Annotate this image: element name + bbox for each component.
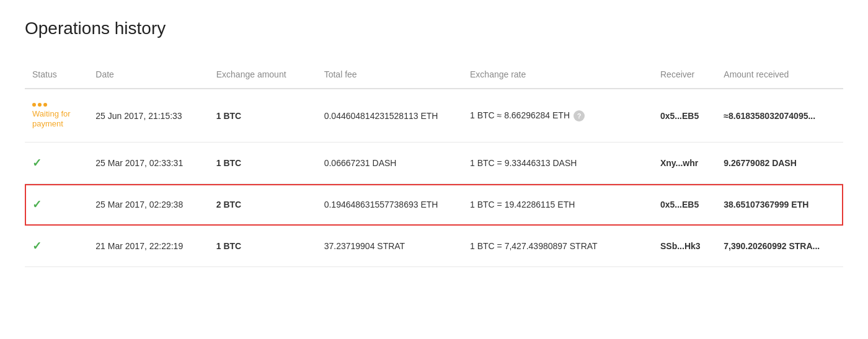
date-cell: 25 Mar 2017, 02:29:38	[88, 184, 208, 226]
amount-received-value: 38.65107367999 ETH	[724, 200, 808, 209]
exchange-rate-value: 1 BTC ≈ 8.66296284 ETH	[470, 110, 570, 120]
amount-received-cell: 7,390.20260992 STRA...	[716, 226, 843, 267]
success-icon: ✓	[32, 240, 42, 252]
amount-received-cell: 38.65107367999 ETH	[716, 184, 843, 226]
exchange-amount-cell: 1 BTC	[209, 226, 317, 267]
exchange-amount-value: 1 BTC	[216, 241, 241, 251]
header-exchange-amount: Exchange amount	[209, 63, 317, 89]
header-exchange-rate: Exchange rate	[463, 63, 653, 89]
exchange-amount-cell: 1 BTC	[209, 89, 317, 143]
dot-1	[32, 103, 36, 107]
exchange-amount-cell: 1 BTC	[209, 143, 317, 184]
receiver-cell: 0x5...EB5	[653, 89, 716, 143]
status-cell: ✓	[25, 143, 88, 184]
exchange-amount-value: 1 BTC	[216, 158, 241, 168]
receiver-value: SSb...Hk3	[660, 241, 701, 251]
total-fee-cell: 0.194648631557738693 ETH	[317, 184, 463, 226]
table-row: ✓21 Mar 2017, 22:22:191 BTC37.23719904 S…	[25, 226, 843, 267]
exchange-amount-value: 1 BTC	[216, 111, 241, 121]
header-total-fee: Total fee	[317, 63, 463, 89]
waiting-status: Waiting for payment	[32, 103, 81, 128]
success-icon: ✓	[32, 198, 42, 211]
table-row: ✓25 Mar 2017, 02:29:382 BTC0.19464863155…	[25, 184, 843, 226]
receiver-value: Xny...whr	[660, 158, 698, 168]
header-receiver: Receiver	[653, 63, 716, 89]
total-fee-cell: 37.23719904 STRAT	[317, 226, 463, 267]
page-title: Operations history	[25, 19, 843, 38]
dot-3	[43, 103, 47, 107]
header-status: Status	[25, 63, 88, 89]
question-badge[interactable]: ?	[574, 110, 585, 121]
exchange-rate-cell: 1 BTC = 7,427.43980897 STRAT	[463, 226, 653, 267]
total-fee-cell: 0.044604814231528113 ETH	[317, 89, 463, 143]
date-cell: 25 Jun 2017, 21:15:33	[88, 89, 208, 143]
amount-received-value: 7,390.20260992 STRA...	[724, 241, 820, 251]
exchange-rate-cell: 1 BTC = 19.42286115 ETH	[463, 184, 653, 226]
amount-received-value: 9.26779082 DASH	[724, 158, 797, 168]
exchange-rate-cell: 1 BTC = 9.33446313 DASH	[463, 143, 653, 184]
exchange-rate-value: 1 BTC = 19.42286115 ETH	[470, 200, 575, 209]
waiting-dots	[32, 103, 47, 107]
status-cell: ✓	[25, 184, 88, 226]
amount-received-cell: ≈8.618358032074095...	[716, 89, 843, 143]
amount-received-value: ≈8.618358032074095...	[724, 111, 815, 121]
amount-received-cell: 9.26779082 DASH	[716, 143, 843, 184]
exchange-rate-value: 1 BTC = 9.33446313 DASH	[470, 158, 577, 168]
exchange-amount-cell: 2 BTC	[209, 184, 317, 226]
exchange-amount-value: 2 BTC	[216, 200, 241, 209]
dot-2	[38, 103, 42, 107]
date-cell: 21 Mar 2017, 22:22:19	[88, 226, 208, 267]
receiver-cell: SSb...Hk3	[653, 226, 716, 267]
waiting-label: Waiting for payment	[32, 109, 81, 128]
total-fee-cell: 0.06667231 DASH	[317, 143, 463, 184]
date-cell: 25 Mar 2017, 02:33:31	[88, 143, 208, 184]
header-amount-received: Amount received	[716, 63, 843, 89]
exchange-rate-cell: 1 BTC ≈ 8.66296284 ETH?	[463, 89, 653, 143]
receiver-value: 0x5...EB5	[660, 111, 699, 121]
receiver-cell: Xny...whr	[653, 143, 716, 184]
exchange-rate-value: 1 BTC = 7,427.43980897 STRAT	[470, 241, 598, 251]
receiver-cell: 0x5...EB5	[653, 184, 716, 226]
status-cell: Waiting for payment	[25, 89, 88, 143]
table-row: Waiting for payment 25 Jun 2017, 21:15:3…	[25, 89, 843, 143]
header-date: Date	[88, 63, 208, 89]
table-row: ✓25 Mar 2017, 02:33:311 BTC0.06667231 DA…	[25, 143, 843, 184]
status-cell: ✓	[25, 226, 88, 267]
receiver-value: 0x5...EB5	[660, 200, 699, 209]
operations-table: Status Date Exchange amount Total fee Ex…	[25, 63, 843, 267]
success-icon: ✓	[32, 157, 42, 169]
